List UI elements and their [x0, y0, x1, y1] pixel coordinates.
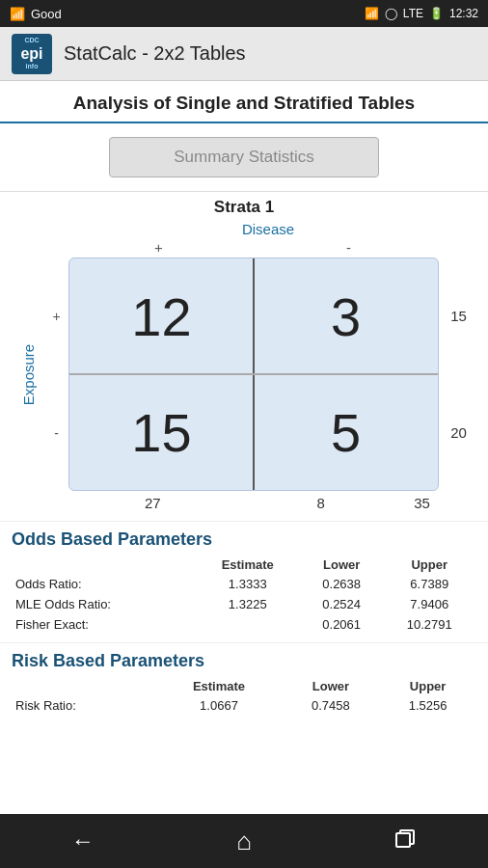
svg-rect-0	[396, 833, 410, 847]
summary-btn-container: Summary Statistics	[0, 123, 488, 192]
risk-col-lower: Lower	[283, 677, 380, 695]
lte-icon: LTE	[403, 7, 423, 20]
table-section: Disease + - Exposure + - 12 3 15	[0, 221, 488, 521]
disease-minus-label: -	[254, 239, 444, 256]
home-button[interactable]: ⌂	[217, 819, 271, 864]
contingency-grid: 12 3 15 5	[68, 258, 439, 491]
risk-row-lower: 0.7458	[283, 695, 380, 716]
odds-row-lower: 0.2524	[301, 594, 383, 614]
risk-table: Estimate Lower Upper Risk Ratio: 1.0667 …	[12, 677, 476, 716]
odds-row-upper: 7.9406	[383, 594, 477, 614]
app-bar: CDC epi info StatCalc - 2x2 Tables	[0, 27, 488, 81]
cell-a[interactable]: 12	[69, 258, 254, 374]
odds-row-estimate: 1.3225	[195, 594, 301, 614]
app-title: StatCalc - 2x2 Tables	[64, 42, 246, 65]
risk-header-row: Estimate Lower Upper	[12, 677, 476, 695]
clock-time: 12:32	[449, 7, 478, 20]
odds-row-0: Odds Ratio: 1.3333 0.2638 6.7389	[12, 574, 476, 594]
risk-col-upper: Upper	[379, 677, 476, 695]
grid-horizontal-line	[69, 373, 438, 375]
disease-label: Disease	[64, 221, 473, 237]
odds-row-label: MLE Odds Ratio:	[12, 594, 195, 614]
exposure-plus-sign: +	[44, 258, 68, 374]
logo-info: info	[26, 63, 39, 70]
main-content: Analysis of Single and Stratified Tables…	[0, 81, 488, 814]
disease-plus-label: +	[64, 239, 254, 256]
cell-c[interactable]: 15	[69, 374, 254, 490]
odds-col-label	[12, 556, 195, 574]
odds-row-upper: 10.2791	[383, 614, 477, 635]
odds-header-row: Estimate Lower Upper	[12, 556, 476, 574]
risk-row-upper: 1.5256	[379, 695, 476, 716]
row-total-1: 15	[445, 258, 473, 374]
cell-b[interactable]: 3	[254, 258, 438, 374]
risk-row-estimate: 1.0667	[155, 695, 282, 716]
logo-epi: epi	[20, 44, 42, 63]
status-right: 📶 ◯ LTE 🔋 12:32	[365, 7, 478, 20]
odds-row-2: Fisher Exact: 0.2061 10.2791	[12, 614, 476, 635]
back-button[interactable]: ←	[52, 820, 114, 862]
bottom-nav: ← ⌂	[0, 814, 488, 868]
recents-button[interactable]	[374, 819, 436, 863]
col-total-2: 8	[237, 495, 406, 511]
odds-row-lower: 0.2061	[301, 614, 383, 635]
exposure-label-container: Exposure	[15, 258, 44, 491]
odds-row-estimate	[195, 614, 301, 635]
bluetooth-icon: 📶	[365, 7, 379, 20]
recents-icon	[393, 828, 417, 854]
status-bar: 📶 Good 📶 ◯ LTE 🔋 12:32	[0, 0, 488, 27]
risk-row-0: Risk Ratio: 1.0667 0.7458 1.5256	[12, 695, 476, 716]
cell-d[interactable]: 5	[254, 374, 438, 490]
odds-row-1: MLE Odds Ratio: 1.3225 0.2524 7.9406	[12, 594, 476, 614]
odds-col-lower: Lower	[301, 556, 383, 574]
risk-col-label	[12, 677, 155, 695]
odds-section-title: Odds Based Parameters	[12, 529, 476, 550]
ring-icon: ◯	[385, 7, 397, 20]
summary-statistics-button[interactable]: Summary Statistics	[109, 137, 379, 177]
odds-row-estimate: 1.3333	[195, 574, 301, 594]
status-good-label: Good	[31, 7, 62, 21]
odds-col-upper: Upper	[383, 556, 477, 574]
row-totals: 15 20	[439, 258, 473, 491]
odds-section: Odds Based Parameters Estimate Lower Upp…	[0, 521, 488, 642]
col-total-1: 27	[68, 495, 237, 511]
table-body: Exposure + - 12 3 15 5 15 20	[15, 258, 473, 491]
page-title: Analysis of Single and Stratified Tables	[0, 81, 488, 123]
odds-row-label: Odds Ratio:	[12, 574, 195, 594]
status-left: 📶 Good	[10, 7, 62, 21]
grand-total: 35	[405, 495, 439, 511]
status-signal-icon: 📶	[10, 7, 25, 21]
odds-row-lower: 0.2638	[301, 574, 383, 594]
row-total-2: 20	[445, 374, 473, 491]
odds-row-label: Fisher Exact:	[12, 614, 195, 635]
col-totals-row: 27 8 35	[68, 495, 439, 511]
risk-section-title: Risk Based Parameters	[12, 651, 476, 671]
strata-header: Strata 1	[0, 192, 488, 221]
odds-row-upper: 6.7389	[383, 574, 477, 594]
back-icon: ←	[71, 827, 95, 854]
exposure-signs: + -	[44, 258, 68, 491]
home-icon: ⌂	[236, 827, 252, 855]
odds-table: Estimate Lower Upper Odds Ratio: 1.3333 …	[12, 556, 476, 635]
risk-col-estimate: Estimate	[155, 677, 282, 695]
disease-plus-minus-row: + -	[64, 239, 444, 256]
risk-row-label: Risk Ratio:	[12, 695, 155, 716]
logo-cdc: CDC	[24, 37, 39, 44]
exposure-label: Exposure	[20, 343, 37, 404]
app-logo: CDC epi info	[12, 34, 52, 74]
risk-section: Risk Based Parameters Estimate Lower Upp…	[0, 642, 488, 723]
exposure-minus-sign: -	[44, 374, 68, 491]
odds-col-estimate: Estimate	[195, 556, 301, 574]
battery-icon: 🔋	[429, 7, 444, 20]
